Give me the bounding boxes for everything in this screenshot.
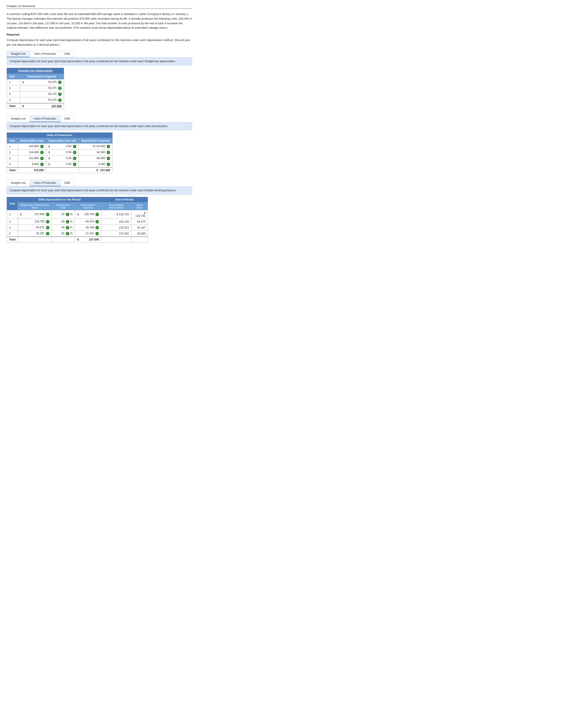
check-icon: ✓ bbox=[46, 232, 49, 235]
ddb-total-expense-dollar: $ bbox=[75, 237, 80, 242]
sl-dollar bbox=[20, 91, 24, 97]
check-icon: ✓ bbox=[46, 220, 49, 223]
ddb-col-rate: Depreciation Rate bbox=[52, 203, 75, 210]
uop-header-main: Units of Production bbox=[7, 133, 113, 138]
table-row: 1 $ 59,375 ✓ bbox=[7, 79, 64, 85]
uop-rate: 0.50 ✓ bbox=[53, 144, 79, 150]
ddb-expense: 64,375 ✓ bbox=[80, 219, 101, 225]
ddb-book: 64,375 bbox=[131, 219, 148, 225]
section-units-production: Straight Line Units of Production DDB Co… bbox=[7, 116, 192, 173]
units-production-table: Units of Production Year Depreciable Uni… bbox=[7, 132, 113, 173]
table-row: 3 64,375 ✓ 50 ✓ % 32,188 ✓ 225,313 32,18… bbox=[7, 225, 148, 231]
ddb-rate: 50 ✓ % bbox=[52, 231, 75, 237]
ddb-col-bv: Beginning of Period Book Value bbox=[18, 203, 52, 210]
uop-expense: 62,300 ✓ bbox=[79, 150, 112, 156]
ddb-rate: 50 ✓ % bbox=[52, 219, 75, 225]
table-row: 1 220,000 ✓ $ 0.50 ✓ $ 110,000 ✓ bbox=[7, 144, 113, 150]
table-row: 2 124,600 ✓ $ 0.50 ✓ 62,300 ✓ bbox=[7, 150, 113, 156]
check-icon: ✓ bbox=[95, 220, 99, 223]
sl-total-label: Total bbox=[7, 103, 20, 109]
uop-rate-dollar: $ bbox=[46, 161, 53, 168]
check-icon: ✓ bbox=[66, 232, 69, 235]
uop-expense: 60,900 ✓ bbox=[79, 156, 112, 161]
uop-expense: $ 110,000 ✓ bbox=[79, 144, 112, 150]
sl-dollar bbox=[20, 85, 24, 91]
ddb-book: 32,187 bbox=[131, 225, 148, 231]
tab-ddb-2[interactable]: DDB bbox=[60, 116, 74, 122]
ddb-year: 1 bbox=[7, 210, 18, 219]
tab-straight-line-2[interactable]: Straight Line bbox=[7, 116, 30, 122]
table-row: 4 32,187 ✓ 50 ✓ % 12,187 ✓ 237,500 20,00… bbox=[7, 231, 148, 237]
uop-col-expense: Depreciation Expense bbox=[79, 138, 112, 144]
table-row: 2 59,375 ✓ bbox=[7, 85, 64, 91]
straight-line-table: Straight-Line Depreciation Year Deprecia… bbox=[7, 68, 64, 109]
check-icon: ✓ bbox=[95, 226, 99, 229]
uop-year: 2 bbox=[7, 150, 18, 156]
uop-year: 4 bbox=[7, 161, 18, 168]
tab-ddb-1[interactable]: DDB bbox=[60, 51, 74, 57]
check-icon: ✓ bbox=[95, 232, 99, 235]
sl-col-expense: Depreciation Expense bbox=[20, 74, 64, 79]
table-row: 4 59,375 ✓ bbox=[7, 97, 64, 103]
tab-nav-3: Straight Line Units of Production DDB bbox=[7, 180, 74, 186]
check-icon: ✓ bbox=[58, 98, 62, 102]
ddb-expense-dollar bbox=[75, 231, 80, 237]
tab-units-production-2[interactable]: Units of Production bbox=[30, 116, 60, 122]
ddb-bv: 257,500 ✓ bbox=[24, 210, 52, 219]
uop-rate-dollar: $ bbox=[46, 150, 53, 156]
ddb-total-empty3 bbox=[101, 237, 131, 242]
tab-units-production-1[interactable]: Units of Production bbox=[30, 51, 60, 57]
check-icon: ✓ bbox=[73, 157, 76, 160]
check-icon: ✓ bbox=[107, 151, 110, 154]
ddb-book: 20,000 bbox=[131, 231, 148, 237]
table-row: 4 8,600 ✓ $ 0.50 ✓ 4,300 ✓ bbox=[7, 161, 113, 168]
tab-straight-line-3[interactable]: Straight Line bbox=[7, 180, 30, 186]
check-icon: ✓ bbox=[66, 220, 69, 223]
sl-header-main: Straight-Line Depreciation bbox=[7, 68, 64, 74]
uop-rate: 0.50 ✓ bbox=[53, 161, 79, 168]
sl-total-value: 237,500 bbox=[24, 103, 64, 109]
ddb-total-empty2 bbox=[52, 237, 75, 242]
uop-col-year: Year bbox=[7, 138, 18, 144]
sl-year: 1 bbox=[7, 79, 20, 85]
uop-rate: 0.50 ✓ bbox=[53, 156, 79, 161]
uop-year: 1 bbox=[7, 144, 18, 150]
uop-rate: 0.50 ✓ bbox=[53, 150, 79, 156]
sl-year: 3 bbox=[7, 91, 20, 97]
tab-nav-2: Straight Line Units of Production DDB bbox=[7, 116, 74, 122]
ddb-accum: $ 128,750 bbox=[101, 210, 131, 219]
section-uop-box: Compute depreciation for each year (and … bbox=[7, 122, 192, 173]
tab-straight-line-1[interactable]: Straight Line bbox=[7, 51, 30, 57]
ddb-bv: 128,750 ✓ bbox=[24, 219, 52, 225]
check-icon: ✓ bbox=[73, 145, 76, 148]
uop-total-label: Total bbox=[7, 167, 18, 173]
uop-total-expense: $ 237,500 bbox=[79, 167, 112, 173]
section1-instruction: Compute depreciation for each year (and … bbox=[7, 57, 192, 66]
check-icon: ✓ bbox=[40, 145, 44, 148]
check-icon: ✓ bbox=[58, 86, 62, 90]
ddb-bv-dollar bbox=[18, 219, 24, 225]
ddb-col-expense: Depreciation Expense bbox=[75, 203, 101, 210]
section3-instruction: Compute depreciation for each year (and … bbox=[7, 186, 192, 195]
ddb-expense: 32,188 ✓ bbox=[80, 225, 101, 231]
check-icon: ✓ bbox=[58, 81, 62, 84]
check-icon: ✓ bbox=[46, 226, 49, 229]
ddb-accum: 225,313 bbox=[101, 225, 131, 231]
compute-instruction: Compute depreciation for each year (and … bbox=[7, 38, 192, 47]
section-straight-line: Straight Line Units of Production DDB Co… bbox=[7, 51, 192, 109]
uop-units: 121,800 ✓ bbox=[18, 156, 46, 161]
required-label: Required: bbox=[7, 33, 192, 36]
ddb-col-year: Year bbox=[7, 197, 18, 210]
tab-units-production-3[interactable]: Units of Production bbox=[30, 180, 60, 186]
uop-rate-dollar: $ bbox=[46, 156, 53, 161]
check-icon: ✓ bbox=[95, 213, 99, 216]
ddb-year: 4 bbox=[7, 231, 18, 237]
uop-units: 8,600 ✓ bbox=[18, 161, 46, 168]
tab-ddb-3[interactable]: DDB bbox=[60, 180, 74, 186]
uop-units: 124,600 ✓ bbox=[18, 150, 46, 156]
ddb-year: 2 bbox=[7, 219, 18, 225]
sl-value: 59,375 ✓ bbox=[24, 91, 64, 97]
table-row: 2 128,750 ✓ 50 ✓ % 64,375 ✓ 193,125 64,3… bbox=[7, 219, 148, 225]
ddb-year: 3 bbox=[7, 225, 18, 231]
ddb-total-expense: 237,500 bbox=[80, 237, 101, 242]
